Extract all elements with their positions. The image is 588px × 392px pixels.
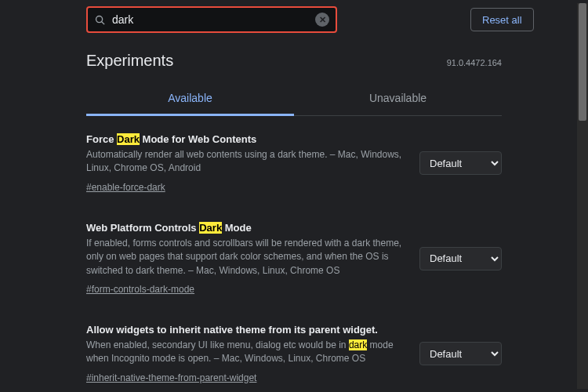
tab-unavailable[interactable]: Unavailable bbox=[294, 84, 502, 115]
experiment-hash-link[interactable]: #enable-force-dark bbox=[86, 182, 165, 193]
search-highlight: Dark bbox=[117, 133, 140, 145]
experiment-title: Force Dark Mode for Web Contents bbox=[86, 133, 404, 145]
experiment-state-select[interactable]: DefaultEnabledDisabled bbox=[419, 247, 502, 270]
experiment-state-select[interactable]: DefaultEnabledDisabled bbox=[419, 151, 502, 175]
experiment-row: Allow widgets to inherit native theme fr… bbox=[86, 307, 502, 392]
tab-available[interactable]: Available bbox=[86, 84, 294, 116]
search-box[interactable]: ✕ bbox=[86, 6, 337, 33]
reset-all-button[interactable]: Reset all bbox=[470, 8, 534, 31]
scrollbar-thumb[interactable] bbox=[579, 3, 586, 121]
experiment-row: Web Platform Controls Dark ModeIf enable… bbox=[86, 205, 502, 307]
experiment-title: Web Platform Controls Dark Mode bbox=[86, 222, 404, 234]
search-highlight: Dark bbox=[199, 222, 222, 234]
experiment-hash-link[interactable]: #form-controls-dark-mode bbox=[86, 284, 194, 295]
experiment-description: Automatically render all web contents us… bbox=[86, 148, 404, 176]
search-icon bbox=[94, 14, 106, 26]
experiment-description: If enabled, forms controls and scrollbar… bbox=[86, 237, 404, 278]
experiment-title: Allow widgets to inherit native theme fr… bbox=[86, 324, 404, 336]
clear-search-icon[interactable]: ✕ bbox=[315, 13, 329, 27]
experiment-row: Force Dark Mode for Web ContentsAutomati… bbox=[86, 116, 502, 205]
experiment-description: When enabled, secondary UI like menu, di… bbox=[86, 339, 404, 366]
search-input[interactable] bbox=[112, 13, 309, 26]
search-highlight: dark bbox=[349, 339, 367, 350]
svg-point-0 bbox=[96, 16, 103, 22]
version-label: 91.0.4472.164 bbox=[447, 58, 502, 67]
svg-line-1 bbox=[102, 21, 104, 24]
page-title: Experiments bbox=[86, 52, 173, 70]
experiment-state-select[interactable]: DefaultEnabledDisabled bbox=[419, 342, 502, 365]
experiment-hash-link[interactable]: #inherit-native-theme-from-parent-widget bbox=[86, 372, 256, 383]
